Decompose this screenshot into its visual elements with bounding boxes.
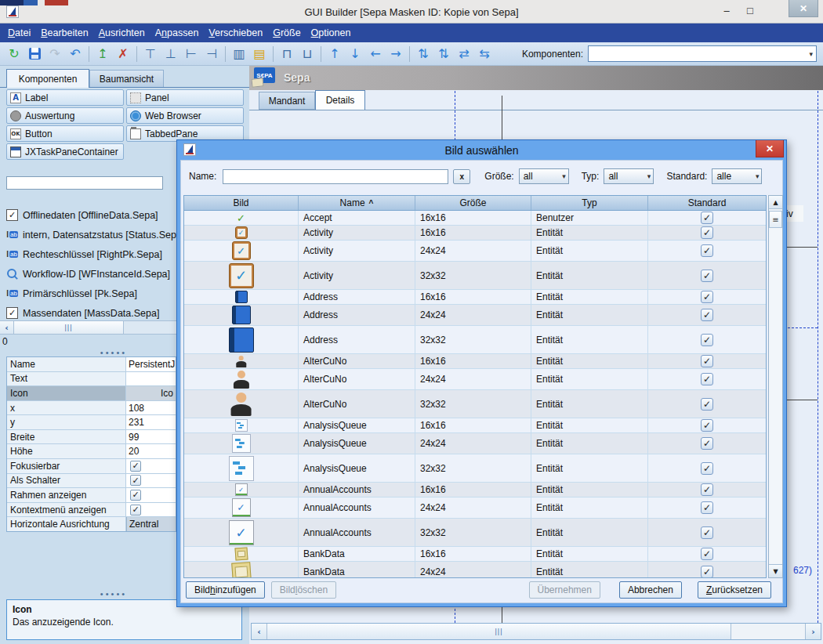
- checked-checkbox-icon[interactable]: [701, 291, 713, 303]
- align-right-icon[interactable]: ⊣: [202, 45, 221, 63]
- menu-item-gr-e[interactable]: Größe: [273, 27, 300, 38]
- image-table-row[interactable]: AlterCuNo32x32Entität: [184, 390, 766, 418]
- image-table-row[interactable]: Address32x32Entität: [184, 326, 766, 354]
- property-row-rahmen-anzeigen[interactable]: Rahmen anzeigen: [7, 488, 176, 503]
- move-up-icon[interactable]: ↑: [325, 45, 344, 63]
- checked-checkbox-icon[interactable]: [701, 462, 713, 475]
- redo-icon[interactable]: ↷: [45, 45, 64, 63]
- property-row-h-he[interactable]: Höhe20: [7, 444, 176, 459]
- grow-width-icon[interactable]: ⇄: [455, 45, 473, 63]
- bernehmen-button[interactable]: Übernehmen: [529, 581, 600, 599]
- palette-button-panel[interactable]: Panel: [126, 89, 244, 106]
- align-bottom-icon[interactable]: ⊥: [161, 45, 180, 63]
- maximize-button[interactable]: □: [741, 5, 759, 19]
- palette-button-web-browser[interactable]: Web Browser: [126, 107, 244, 124]
- image-table-row[interactable]: AnalysisQueue32x32Entität: [184, 454, 766, 483]
- align-left-icon[interactable]: ⊢: [182, 45, 201, 63]
- checked-checkbox-icon[interactable]: [130, 490, 141, 501]
- align-top-icon[interactable]: ⊤: [141, 45, 160, 63]
- same-height-icon[interactable]: ⊔: [298, 45, 317, 63]
- checked-checkbox-icon[interactable]: [701, 355, 713, 367]
- property-row-y[interactable]: y231: [7, 415, 176, 430]
- menu-item-verschieben[interactable]: Verschieben: [208, 27, 263, 38]
- column-header-name[interactable]: Name^: [299, 196, 415, 210]
- move-left-icon[interactable]: ←: [366, 45, 385, 63]
- hscrollbar-thumb[interactable]: [267, 624, 731, 639]
- abbrechen-button[interactable]: Abbrechen: [619, 581, 682, 599]
- image-table-row[interactable]: AnnualAccounts24x24Entität: [184, 497, 766, 519]
- property-value[interactable]: [126, 459, 176, 473]
- checked-checkbox-icon[interactable]: [701, 212, 713, 224]
- save-icon[interactable]: [25, 45, 44, 63]
- image-table-row[interactable]: AnnualAccounts32x32Entität: [184, 519, 766, 547]
- checked-checkbox-icon[interactable]: [701, 483, 713, 496]
- checked-checkbox-icon[interactable]: [701, 526, 713, 539]
- property-row-icon[interactable]: IconIco: [7, 386, 176, 401]
- checked-checkbox-icon[interactable]: [130, 475, 141, 486]
- property-value[interactable]: [126, 488, 176, 502]
- image-table-row[interactable]: AlterCuNo24x24Entität: [184, 369, 766, 390]
- column-header-standard[interactable]: Standard: [648, 196, 766, 210]
- move-right-icon[interactable]: →: [386, 45, 405, 63]
- property-row-x[interactable]: x108: [7, 401, 176, 416]
- property-value[interactable]: [126, 372, 176, 386]
- property-value[interactable]: [126, 474, 176, 488]
- checked-checkbox-icon[interactable]: [701, 398, 713, 411]
- menu-item-bearbeiten[interactable]: Bearbeiten: [41, 27, 88, 38]
- property-value[interactable]: 231: [126, 415, 176, 429]
- zur-cksetzen-button[interactable]: Zurücksetzen: [698, 581, 771, 599]
- property-value[interactable]: Zentral: [126, 517, 176, 531]
- checked-checkbox-icon[interactable]: [701, 226, 713, 239]
- palette-button-button[interactable]: Button: [6, 125, 124, 142]
- property-row-breite[interactable]: Breite99: [7, 430, 176, 445]
- checked-checkbox-icon[interactable]: [701, 244, 713, 257]
- scroll-left-icon[interactable]: ‹: [0, 321, 14, 334]
- window-close-button[interactable]: ✕: [789, 0, 818, 17]
- refresh-icon[interactable]: ↻: [5, 45, 24, 63]
- property-value[interactable]: 99: [126, 430, 176, 444]
- scroll-left-icon[interactable]: ‹: [252, 624, 267, 639]
- image-table-row[interactable]: AnalysisQueue24x24Entität: [184, 433, 766, 454]
- move-up-list-icon[interactable]: ↥: [93, 45, 112, 63]
- scroll-down-icon[interactable]: ▼: [769, 564, 782, 577]
- property-value[interactable]: Ico: [126, 386, 176, 400]
- same-width-icon[interactable]: ⊓: [277, 45, 296, 63]
- name-filter-input[interactable]: [223, 169, 448, 184]
- property-value[interactable]: [126, 503, 176, 517]
- menu-item-ausrichten[interactable]: Ausrichten: [99, 27, 145, 38]
- checked-checkbox-icon[interactable]: [701, 270, 713, 282]
- checked-checkbox-icon[interactable]: [701, 437, 713, 450]
- menu-item-datei[interactable]: Datei: [8, 27, 31, 38]
- hscrollbar-thumb[interactable]: [14, 321, 124, 334]
- image-table-row[interactable]: Activity32x32Entität: [184, 262, 766, 290]
- column-header-bild[interactable]: Bild: [184, 196, 299, 210]
- checked-checkbox-icon[interactable]: [701, 373, 713, 385]
- column-header-gr-e[interactable]: Größe: [415, 196, 531, 210]
- type-filter-combobox[interactable]: all ▾: [604, 168, 654, 184]
- undo-icon[interactable]: ↶: [66, 45, 85, 63]
- image-table-row[interactable]: Accept16x16Benutzer: [184, 211, 766, 226]
- hscrollbar-track[interactable]: [731, 624, 805, 639]
- image-table-row[interactable]: Activity24x24Entität: [184, 241, 766, 262]
- menu-item-optionen[interactable]: Optionen: [311, 27, 351, 38]
- scroll-up-icon[interactable]: ▲: [769, 196, 782, 209]
- image-table-row[interactable]: AnnualAccounts16x16Entität: [184, 483, 766, 497]
- scroll-right-icon[interactable]: ›: [805, 624, 821, 639]
- tab-baumansicht[interactable]: Baumansicht: [89, 70, 164, 88]
- distribute-vertical-icon[interactable]: ▤: [250, 45, 269, 63]
- distribute-horizontal-icon[interactable]: ▥: [230, 45, 248, 63]
- property-row-kontextmen-anzeigen[interactable]: Kontextmenü anzeigen: [7, 503, 176, 518]
- property-row-text[interactable]: Text: [7, 372, 176, 387]
- palette-filter-input[interactable]: [6, 176, 163, 190]
- dialog-close-button[interactable]: ✕: [756, 140, 784, 157]
- image-table-row[interactable]: Activity16x16Entität: [184, 226, 766, 241]
- bild-hinzuf-gen-button[interactable]: Bild hinzufügen: [186, 581, 265, 599]
- checked-checkbox-icon[interactable]: [701, 566, 713, 578]
- image-table-row[interactable]: BankData24x24Entität: [184, 562, 766, 578]
- palette-button-auswertung[interactable]: Auswertung: [6, 107, 124, 124]
- property-value[interactable]: PersistentJ: [126, 357, 176, 371]
- form-tab-mandant[interactable]: Mandant: [259, 92, 315, 110]
- form-tab-details[interactable]: Details: [315, 90, 365, 110]
- standard-filter-combobox[interactable]: alle ▾: [712, 168, 762, 184]
- move-down-icon[interactable]: ↓: [346, 45, 364, 63]
